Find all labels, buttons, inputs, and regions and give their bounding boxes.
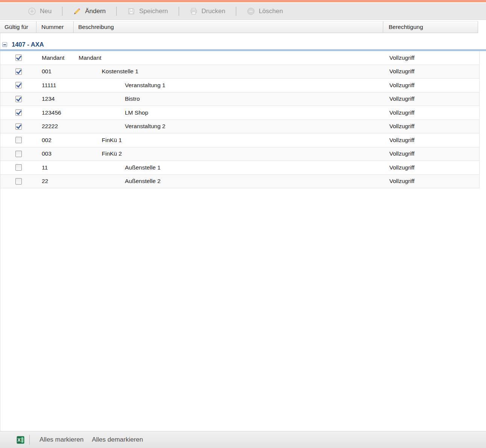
row-checkbox[interactable]	[15, 137, 22, 143]
row-nummer: 001	[37, 65, 74, 79]
minus-circle-icon	[247, 7, 255, 15]
empty-area	[0, 188, 486, 431]
footer-bar: X Alles markieren Alles demarkieren	[0, 431, 486, 448]
row-checkbox[interactable]	[15, 151, 22, 157]
table-row[interactable]: 1234 Bistro Vollzugriff	[0, 92, 480, 106]
table-row[interactable]: 22 Außenstelle 2 Vollzugriff	[0, 175, 480, 189]
svg-text:X: X	[17, 437, 20, 443]
row-checkbox[interactable]	[15, 164, 22, 171]
row-beschreibung: Außenstelle 2	[74, 175, 384, 188]
row-checkbox-cell	[0, 79, 37, 92]
save-icon	[127, 7, 135, 15]
row-nummer: 22222	[37, 120, 74, 133]
row-beschreibung: FinKü 1	[74, 133, 384, 147]
group-title: 1407 - AXA	[12, 41, 44, 48]
table-row[interactable]: 003 FinKü 2 Vollzugriff	[0, 147, 480, 161]
grid-header: Gültig für Nummer Beschreibung Berechtig…	[0, 21, 478, 33]
printer-icon	[190, 7, 198, 15]
toolbar-separator	[62, 7, 62, 16]
footer-separator	[29, 435, 30, 445]
row-checkbox-cell	[0, 161, 37, 174]
grid-body: 1407 - AXA Mandant Mandant Vollzugriff 0…	[0, 33, 486, 431]
drucken-button-label: Drucken	[202, 8, 225, 15]
pre-group-gap	[0, 33, 486, 40]
row-beschreibung: Veranstaltung 2	[74, 120, 384, 133]
row-checkbox-cell	[0, 147, 37, 161]
table-row[interactable]: 002 FinKü 1 Vollzugriff	[0, 133, 480, 147]
toolbar-separator	[236, 7, 236, 16]
row-checkbox-cell	[0, 92, 37, 106]
row-beschreibung: Mandant	[74, 51, 384, 65]
row-berechtigung: Vollzugriff	[384, 175, 478, 188]
row-checkbox[interactable]	[15, 178, 22, 185]
row-nummer: Mandant	[37, 51, 74, 65]
table-row[interactable]: 001 Kostenstelle 1 Vollzugriff	[0, 65, 480, 79]
loeschen-button[interactable]: Löschen	[245, 7, 285, 15]
row-checkbox-cell	[0, 51, 37, 65]
row-berechtigung: Vollzugriff	[384, 120, 478, 133]
table-row[interactable]: Mandant Mandant Vollzugriff	[0, 51, 480, 65]
toolbar-separator	[116, 7, 117, 16]
table-row[interactable]: 11111 Veranstaltung 1 Vollzugriff	[0, 79, 480, 92]
row-checkbox[interactable]	[15, 82, 22, 88]
row-beschreibung: Veranstaltung 1	[74, 79, 384, 92]
row-nummer: 11111	[37, 79, 74, 92]
row-beschreibung: LM Shop	[74, 106, 384, 120]
row-berechtigung: Vollzugriff	[384, 92, 478, 106]
row-checkbox[interactable]	[15, 96, 22, 102]
row-nummer: 11	[37, 161, 74, 174]
row-berechtigung: Vollzugriff	[384, 51, 478, 65]
collapse-group-icon[interactable]	[2, 42, 7, 47]
excel-export-icon[interactable]: X	[17, 436, 24, 444]
group-header-row: 1407 - AXA	[0, 40, 486, 49]
plus-circle-icon	[28, 7, 36, 15]
table-rows: Mandant Mandant Vollzugriff 001 Kostenst…	[0, 51, 480, 188]
row-beschreibung: Kostenstelle 1	[74, 65, 384, 79]
alles-demarkieren-link[interactable]: Alles demarkieren	[88, 436, 147, 443]
alles-markieren-link[interactable]: Alles markieren	[35, 436, 88, 443]
row-nummer: 002	[37, 133, 74, 147]
row-beschreibung: Außenstelle 1	[74, 161, 384, 174]
row-checkbox-cell	[0, 65, 37, 79]
row-nummer: 1234	[37, 92, 74, 106]
row-beschreibung: FinKü 2	[74, 147, 384, 161]
drucken-button[interactable]: Drucken	[187, 7, 228, 15]
table-row[interactable]: 11 Außenstelle 1 Vollzugriff	[0, 161, 480, 175]
neu-button[interactable]: Neu	[26, 7, 54, 15]
row-berechtigung: Vollzugriff	[384, 133, 478, 147]
neu-button-label: Neu	[40, 8, 52, 15]
row-checkbox-cell	[0, 106, 37, 120]
pencil-icon	[73, 7, 81, 15]
row-beschreibung: Bistro	[74, 92, 384, 106]
row-checkbox[interactable]	[15, 109, 22, 116]
row-checkbox-cell	[0, 120, 37, 133]
loeschen-button-label: Löschen	[259, 8, 283, 15]
column-header-beschreibung[interactable]: Beschreibung	[74, 21, 383, 33]
row-checkbox-cell	[0, 175, 37, 188]
aendern-button-label: Ändern	[85, 8, 106, 15]
aendern-button[interactable]: Ändern	[71, 7, 108, 15]
row-checkbox[interactable]	[15, 54, 22, 61]
toolbar-separator	[179, 7, 179, 16]
row-berechtigung: Vollzugriff	[384, 65, 478, 79]
row-berechtigung: Vollzugriff	[384, 147, 478, 161]
row-berechtigung: Vollzugriff	[384, 79, 478, 92]
table-row[interactable]: 22222 Veranstaltung 2 Vollzugriff	[0, 120, 480, 134]
table-row[interactable]: 123456 LM Shop Vollzugriff	[0, 106, 480, 120]
toolbar: Neu Ändern Speichern Drucken Lö	[0, 3, 486, 20]
column-header-nummer[interactable]: Nummer	[36, 21, 74, 33]
speichern-button-label: Speichern	[139, 8, 168, 15]
column-header-berechtigung[interactable]: Berechtigung	[383, 21, 478, 33]
row-nummer: 123456	[37, 106, 74, 120]
speichern-button[interactable]: Speichern	[125, 7, 170, 15]
row-checkbox[interactable]	[15, 68, 22, 75]
row-berechtigung: Vollzugriff	[384, 161, 478, 174]
row-checkbox-cell	[0, 133, 37, 147]
row-nummer: 003	[37, 147, 74, 161]
column-header-gueltig-fuer[interactable]: Gültig für	[0, 21, 36, 33]
row-checkbox[interactable]	[15, 123, 22, 130]
row-berechtigung: Vollzugriff	[384, 106, 478, 120]
row-nummer: 22	[37, 175, 74, 188]
